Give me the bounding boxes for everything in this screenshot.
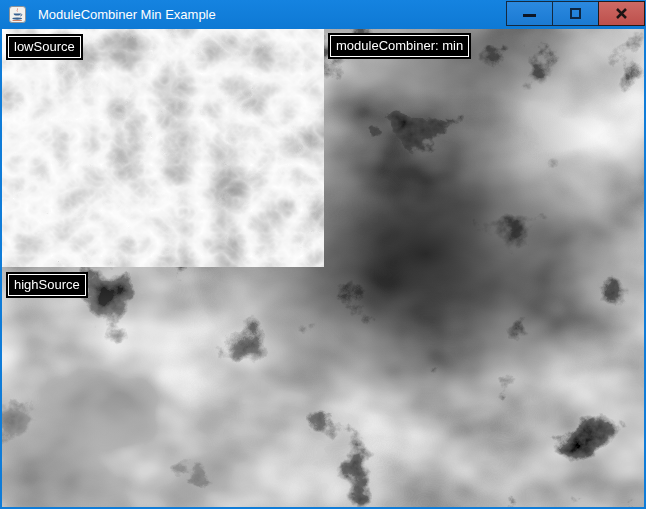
maximize-button[interactable] <box>552 1 599 26</box>
close-button[interactable] <box>598 1 645 26</box>
maximize-icon <box>570 8 581 19</box>
minimize-icon <box>523 14 536 17</box>
minimize-button[interactable] <box>506 1 553 26</box>
app-window: ModuleCombiner Min Example <box>0 0 646 509</box>
window-controls <box>507 1 645 26</box>
java-coffee-cup-icon[interactable] <box>9 6 26 23</box>
titlebar[interactable]: ModuleCombiner Min Example <box>0 0 646 29</box>
combiner-label: moduleCombiner: min <box>330 35 469 57</box>
low-source-label: lowSource <box>8 36 81 58</box>
window-title: ModuleCombiner Min Example <box>38 0 216 29</box>
close-icon <box>615 7 628 20</box>
high-source-label: highSource <box>8 274 86 296</box>
noise-viewport: lowSource moduleCombiner: min highSource <box>2 29 644 507</box>
low-source-texture <box>2 29 324 267</box>
